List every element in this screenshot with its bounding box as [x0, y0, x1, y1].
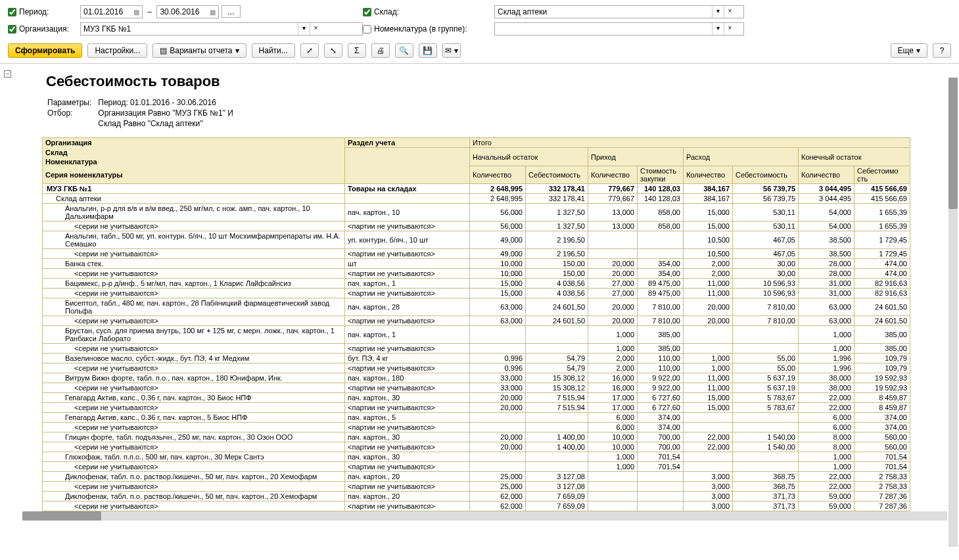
cell-value — [588, 502, 638, 511]
table-row[interactable]: <серии не учитываются><партии не учитыва… — [43, 482, 910, 492]
table-row[interactable]: <серии не учитываются><партии не учитыва… — [43, 383, 910, 393]
table-row[interactable]: Анальгин, р-р для в/в и в/м введ., 250 м… — [43, 204, 910, 222]
org-input[interactable] — [81, 23, 298, 35]
table-row[interactable]: МУЗ ГКБ №1Товары на складах2 648,995332 … — [43, 184, 910, 194]
cell-name: Глицин форте, табл. подъязычн., 250 мг, … — [43, 432, 345, 442]
period-dots-button[interactable]: ... — [222, 5, 241, 18]
print-button[interactable]: 🖨 — [371, 43, 390, 58]
horizontal-scrollbar[interactable] — [22, 511, 947, 521]
table-row[interactable]: Бисептол, табл., 480 мг, пач. картон., 2… — [43, 298, 910, 316]
nomen-combo[interactable]: ▾× — [494, 22, 744, 35]
table-row[interactable]: <серии не учитываются><партии не учитыва… — [43, 316, 910, 326]
period-to-wrap[interactable]: ▦ — [156, 5, 219, 18]
table-row[interactable]: <серии не учитываются><партии не учитыва… — [43, 423, 910, 432]
table-row[interactable]: Склад аптеки2 648,995332 178,41779,66714… — [43, 194, 910, 204]
sklad-input[interactable] — [495, 6, 712, 18]
table-row[interactable]: Диклофенак, табл. п.о. раствор./кишечн.,… — [43, 472, 910, 482]
table-row[interactable]: Вазелиновое масло, субст.-жидк., бут. ПЭ… — [43, 354, 910, 363]
settings-button[interactable]: Настройки... — [87, 43, 147, 58]
expand-button[interactable]: ⤢ — [300, 43, 319, 58]
table-row[interactable]: <серии не учитываются><партии не учитыва… — [43, 363, 910, 373]
table-row[interactable]: Анальгин, табл., 500 мг, уп. контурн. б/… — [43, 231, 910, 249]
collapse-toggle[interactable]: − — [4, 70, 11, 78]
period-checkbox-label[interactable]: Период: — [8, 7, 80, 16]
nomen-input[interactable] — [495, 23, 712, 35]
table-row[interactable]: <серии не учитываются><партии не учитыва… — [43, 442, 910, 452]
cell-value: 9 922,00 — [638, 383, 684, 393]
clear-icon[interactable]: × — [310, 23, 321, 35]
vertical-scrollbar[interactable] — [948, 78, 958, 545]
table-row[interactable]: Гепагард Актив, капс., 0.36 г, пач. карт… — [43, 413, 910, 423]
sklad-combo[interactable]: ▾× — [494, 5, 744, 18]
clear-icon[interactable]: × — [724, 23, 736, 35]
dropdown-icon[interactable]: ▾ — [712, 6, 724, 18]
period-from-input[interactable] — [81, 6, 130, 18]
org-checkbox-label[interactable]: Организация: — [8, 24, 80, 34]
collapse-button[interactable]: ⤡ — [324, 43, 342, 58]
nomen-checkbox[interactable] — [363, 25, 371, 34]
save-button[interactable]: 💾 — [419, 43, 437, 58]
scrollbar-thumb[interactable] — [948, 78, 958, 209]
cell-value: 8 459,87 — [854, 393, 910, 403]
calendar-icon[interactable]: ▦ — [206, 9, 218, 16]
cell-pack: пач. картон., 30 — [345, 452, 470, 462]
table-row[interactable]: <серии не учитываются><партии не учитыва… — [43, 289, 910, 298]
cell-value: 3 127,08 — [526, 482, 588, 492]
cell-value: 56 739,75 — [733, 194, 799, 204]
dropdown-icon[interactable]: ▾ — [298, 23, 310, 35]
table-row[interactable]: Витрум Вижн форте, табл. п.о., пач. карт… — [43, 373, 910, 383]
email-button[interactable]: ✉ ▾ — [442, 43, 461, 58]
org-checkbox[interactable] — [8, 25, 16, 34]
sum-button[interactable]: Σ — [348, 43, 366, 58]
preview-button[interactable]: 🔍 — [395, 43, 413, 58]
cell-value: 1,000 — [799, 326, 854, 344]
cell-value: 4 038,56 — [526, 289, 588, 298]
more-button[interactable]: Еще ▾ — [891, 43, 927, 58]
table-row[interactable]: Гепагард Актив, капс., 0.36 г, пач. карт… — [43, 393, 910, 403]
cell-value: 20,000 — [470, 432, 526, 442]
table-row[interactable]: <серии не учитываются><партии не учитыва… — [43, 249, 910, 259]
period-checkbox[interactable] — [8, 8, 16, 16]
cell-value: 7 515,94 — [526, 393, 588, 403]
cell-value: 62,000 — [470, 502, 526, 511]
cell-value: 2 758,33 — [854, 482, 910, 492]
table-row[interactable]: Банка стек.шт10,000150,0020,000354,002,0… — [43, 259, 910, 269]
nomen-checkbox-label[interactable]: Номенклатура (в группе): — [363, 24, 494, 34]
scrollbar-thumb[interactable] — [22, 511, 101, 521]
table-row[interactable]: <серии не учитываются><партии не учитыва… — [43, 462, 910, 472]
find-button[interactable]: Найти... — [252, 43, 295, 58]
table-row[interactable]: Глюкофаж, табл. п.п.о., 500 мг, пач. кар… — [43, 452, 910, 462]
dropdown-icon[interactable]: ▾ — [712, 23, 724, 35]
cell-value: 7 810,00 — [733, 298, 799, 316]
table-row[interactable]: <серии не учитываются><партии не учитыва… — [43, 269, 910, 279]
table-row[interactable]: <серии не учитываются><партии не учитыва… — [43, 502, 910, 511]
form-button[interactable]: Сформировать — [8, 43, 82, 58]
hdr-sklad: Склад — [43, 148, 345, 157]
clear-icon[interactable]: × — [724, 6, 736, 18]
table-row[interactable]: Брустан, сусп. для приема внутрь, 100 мг… — [43, 326, 910, 344]
period-from-wrap[interactable]: ▦ — [80, 5, 143, 18]
cell-value — [526, 326, 588, 344]
cell-value: 3,000 — [684, 472, 733, 482]
org-combo[interactable]: ▾× — [80, 22, 363, 35]
cell-value: 700,00 — [638, 432, 684, 442]
sklad-checkbox[interactable] — [363, 8, 371, 16]
report-area[interactable]: − Себестоимость товаров Параметры:Период… — [0, 64, 959, 545]
cell-name: Брустан, сусп. для приема внутрь, 100 мг… — [43, 326, 345, 344]
sklad-checkbox-label[interactable]: Склад: — [363, 7, 494, 16]
table-row[interactable]: <серии не учитываются><партии не учитыва… — [43, 344, 910, 354]
cell-name: Витрум Вижн форте, табл. п.о., пач. карт… — [43, 373, 345, 383]
period-to-input[interactable] — [157, 6, 206, 18]
table-row[interactable]: Глицин форте, табл. подъязычн., 250 мг, … — [43, 432, 910, 442]
cell-pack: пач. картон., 1 — [345, 279, 470, 289]
cell-value: 27,000 — [588, 289, 638, 298]
help-button[interactable]: ? — [933, 43, 951, 58]
variants-button[interactable]: ▤ Варианты отчета ▾ — [152, 43, 246, 58]
table-row[interactable]: Диклофенак, табл. п.о. раствор./кишечн.,… — [43, 492, 910, 502]
table-row[interactable]: <серии не учитываются><партии не учитыва… — [43, 403, 910, 413]
calendar-icon[interactable]: ▦ — [130, 9, 142, 16]
variants-icon: ▤ — [160, 46, 167, 55]
cell-value: 7 287,36 — [854, 492, 910, 502]
table-row[interactable]: <серии не учитываются><партии не учитыва… — [43, 222, 910, 231]
table-row[interactable]: Бацимекс, р-р д/инф., 5 мг/мл, пач. карт… — [43, 279, 910, 289]
